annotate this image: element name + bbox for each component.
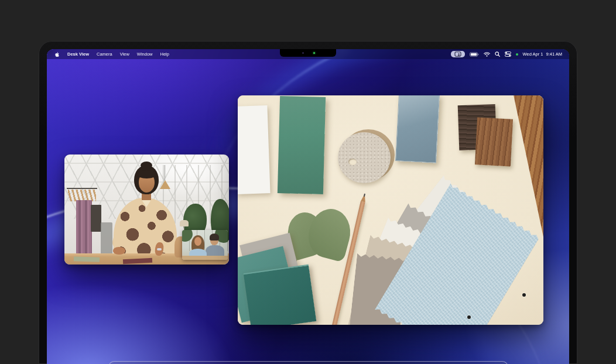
desk-view-icon [454, 51, 461, 57]
presenter-hair-fringe [137, 170, 156, 178]
felt-coaster [338, 132, 391, 183]
clock-time: 9:41 AM [546, 51, 562, 57]
wifi-icon[interactable] [484, 52, 490, 57]
control-center-icon[interactable] [505, 51, 511, 57]
pip-woman-face [194, 237, 201, 246]
pip-man-hair [210, 233, 219, 241]
dark-cabinet [91, 205, 101, 232]
menu-window[interactable]: Window [137, 51, 153, 57]
menu-camera[interactable]: Camera [97, 51, 112, 57]
desk-view-status-pill[interactable] [451, 51, 465, 57]
teak-veneer [475, 117, 513, 166]
pip-desk-edge [182, 256, 228, 260]
swatch-grommet [467, 315, 471, 319]
call-participants-pip[interactable] [182, 230, 228, 260]
facetime-video-window[interactable] [64, 154, 229, 265]
clothing-rack-bar [67, 188, 97, 189]
white-tile [238, 105, 271, 194]
clock-date: Wed Apr 1 [523, 51, 543, 57]
menu-bar-status: Wed Apr 1 9:41 AM [451, 51, 569, 57]
presenter-left-hand [113, 247, 125, 255]
menu-help[interactable]: Help [160, 51, 169, 57]
sage-green-tile [278, 96, 326, 194]
pendant-lamp-cord [165, 165, 165, 181]
silver-ring [157, 248, 162, 250]
macbook-screen: Desk View Camera View Window Help [47, 49, 569, 364]
dark-teal-square-tile [244, 265, 317, 325]
camera-in-use-dot [516, 53, 518, 56]
menu-bar-menus: Desk View Camera View Window Help [47, 51, 169, 57]
display-notch [280, 49, 336, 57]
battery-icon[interactable] [470, 52, 479, 57]
floor-lamp-shade [180, 220, 189, 226]
presenter-hair-bun [141, 162, 152, 169]
desk-view-window[interactable] [238, 95, 543, 325]
search-icon[interactable] [495, 51, 500, 57]
blue-gray-tile [395, 95, 440, 163]
menu-bar-clock[interactable]: Wed Apr 1 9:41 AM [523, 51, 562, 57]
swatch-grommet [522, 293, 526, 297]
pendant-lamp [160, 180, 170, 189]
desk-sage-sample [74, 256, 100, 262]
dock[interactable] [108, 361, 508, 364]
felt-coaster-hole [348, 159, 357, 165]
menu-app-name[interactable]: Desk View [67, 51, 89, 57]
camera-lens [302, 52, 304, 54]
menu-view[interactable]: View [120, 51, 129, 57]
marketing-canvas: Desk View Camera View Window Help [0, 0, 616, 364]
apple-logo-icon[interactable] [54, 51, 60, 57]
camera-active-indicator [313, 52, 315, 54]
clothing-hangers [68, 190, 96, 201]
